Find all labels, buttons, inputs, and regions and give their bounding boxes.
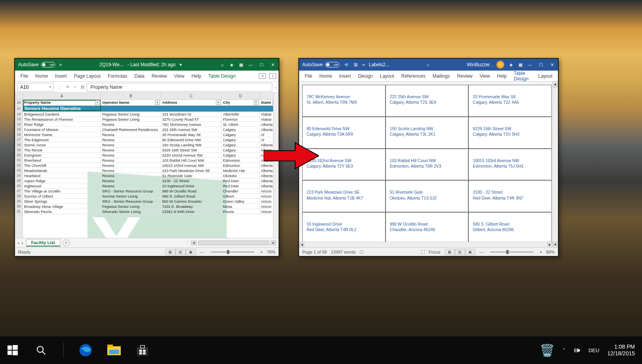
hscroll-left[interactable]: ◂	[191, 241, 197, 245]
view-print-button[interactable]: ▥	[455, 249, 465, 255]
tab-file[interactable]: File	[17, 73, 31, 79]
tab-pagelayout[interactable]: Page Layout	[71, 73, 103, 79]
autosave-toggle[interactable]: Off	[41, 62, 55, 67]
zoom-slider[interactable]	[490, 252, 533, 252]
zoom-out-button[interactable]: —	[479, 250, 484, 254]
windows-taskbar[interactable]: 🗑️ ˄ 🕪 DEU 1:08 PM 12/18/2015	[0, 336, 642, 364]
tab-design[interactable]: Design	[355, 73, 376, 79]
autosave-control[interactable]: AutoSave Off	[302, 62, 339, 67]
chevron-down-icon[interactable]: ▾	[49, 85, 51, 89]
table-row[interactable]: Scenic AcresRevera150 Scotia Landing NWC…	[23, 142, 279, 147]
focus-label[interactable]: Focus	[429, 250, 441, 254]
comments-icon[interactable]: ▿	[269, 73, 276, 79]
store-icon[interactable]	[135, 342, 150, 358]
file-explorer-icon[interactable]	[106, 342, 122, 358]
save-icon[interactable]: 🖫	[353, 62, 358, 67]
col-a[interactable]: A	[23, 93, 101, 99]
sync-icon[interactable]: ⟲	[343, 62, 349, 67]
table-row[interactable]: InglewoodRevera10 Inglewood DriveRed Dee…	[23, 183, 279, 189]
enter-fx-icon[interactable]: ✓	[73, 84, 77, 90]
table-row[interactable]: The RenoirRevera9229 16th Street SWCalga…	[23, 147, 279, 153]
volume-icon[interactable]: 🕪	[573, 346, 580, 355]
table-row[interactable]: Silverado PeoriaSilverado Senior Living1…	[23, 209, 279, 214]
mailing-label[interactable]: 103 Rabbit Hill Court NWEdmonton, Albert…	[386, 149, 469, 181]
table-row[interactable]: Aspen RidgeRevera3100 - 22 StreetRed Dee…	[23, 178, 279, 183]
zoom-level[interactable]: 80%	[546, 250, 555, 254]
excel-grid[interactable]: A B C D 10111213141516171819202122232425…	[15, 93, 279, 238]
recycle-bin-icon[interactable]: 🗑️	[539, 342, 555, 358]
word-document-area[interactable]: 78C McKenney AvenueSt. Albert, Alberta T…	[299, 82, 558, 247]
table-row[interactable]: The EdgemontRevera80 Edenwold Drive NWCa…	[23, 137, 279, 142]
tab-home[interactable]: Home	[32, 73, 51, 79]
hscroll-left[interactable]: ◂	[299, 242, 305, 247]
tab-help[interactable]: Help	[494, 73, 510, 79]
formula-expand[interactable]: ⌄	[272, 85, 279, 89]
tab-data[interactable]: Data	[131, 73, 148, 79]
column-headers[interactable]: A B C D	[15, 93, 279, 100]
mailing-label[interactable]: 223 Park Meadows Drive SEMedicine Hat, A…	[302, 180, 386, 212]
col-c[interactable]: C	[161, 93, 222, 99]
table-row[interactable]: Bridgewood GardensPegasus Senior Living1…	[23, 112, 279, 117]
mailing-label[interactable]: 150 Scotia Landing NWCalgary, Alberta T3…	[386, 117, 469, 149]
vertical-scrollbar[interactable]	[273, 93, 279, 238]
qat-more[interactable]: »	[59, 62, 62, 67]
diamond-icon[interactable]: ◈	[508, 62, 514, 67]
focus-icon[interactable]: ⛶	[421, 250, 425, 254]
mailing-label[interactable]: 3100 - 22 StreetRed Deer, Alberta T4R 3N…	[468, 180, 552, 212]
tab-formulas[interactable]: Formulas	[105, 73, 131, 79]
hscroll-track[interactable]	[198, 241, 269, 245]
hscroll-right[interactable]: ▸	[547, 242, 552, 247]
mailing-label[interactable]: 222 25th Avenue SWCalgary, Alberta T2S 3…	[386, 85, 469, 117]
table-row[interactable]: The Village at OcotilloSRG - Senior Reso…	[23, 189, 279, 194]
table-row[interactable]: River RidgeRevera78C McKenney AvenueSt. …	[23, 122, 279, 127]
language-indicator[interactable]: DEU	[588, 347, 599, 353]
tab-help[interactable]: Help	[188, 73, 204, 79]
system-clock[interactable]: 1:08 PM 12/18/2015	[607, 343, 635, 357]
table-row[interactable]: RiverbendRevera103 Rabbit Hill Court NWE…	[23, 158, 279, 163]
status-words[interactable]: 13997 words	[331, 250, 356, 254]
view-read-button[interactable]: ▦	[445, 249, 455, 255]
filter-dropdown[interactable]: ▾	[95, 100, 100, 105]
doc-title[interactable]: Labels2...	[369, 62, 389, 67]
zoom-level[interactable]: 70%	[267, 250, 275, 254]
tab-view[interactable]: View	[477, 73, 493, 79]
sheet-nav-prev[interactable]: ◂	[17, 241, 19, 245]
tab-home[interactable]: Home	[316, 73, 335, 79]
filter-dropdown[interactable]: ▾	[216, 100, 221, 105]
table-row[interactable]: Fountains of MissionChartwell Retirement…	[23, 127, 279, 132]
mailing-label[interactable]: 10015 103rd Avenue NWEdmonton, Alberta T…	[468, 149, 552, 181]
tab-tabledesign[interactable]: Table Design	[205, 73, 239, 79]
tab-review[interactable]: Review	[148, 73, 170, 79]
table-row[interactable]: The Renaissance of FlorencePegasus Senio…	[23, 117, 279, 122]
minimize-button[interactable]: —	[527, 62, 533, 67]
table-row[interactable]: The ChurchillRevera10015 103rd Avenue NW…	[23, 163, 279, 168]
doc-title[interactable]: 2Q19-We...	[99, 62, 124, 67]
vertical-scrollbar[interactable]: ▴ ▾	[552, 82, 558, 247]
search-icon[interactable]: ⌕	[219, 62, 225, 67]
share-icon[interactable]: ↗	[259, 73, 266, 79]
tab-insert[interactable]: Insert	[52, 73, 70, 79]
word-titlebar[interactable]: AutoSave Off ⟲ 🖫 » Labels2... ⌕ WinBuzze…	[299, 59, 558, 71]
title-dropdown[interactable]: ▾	[180, 62, 182, 67]
name-box[interactable]: A10▾	[17, 83, 54, 91]
window-mode-icon[interactable]: ▦	[238, 62, 244, 67]
view-normal-button[interactable]: ▦	[165, 249, 176, 255]
tab-insert[interactable]: Insert	[336, 73, 354, 79]
view-pagelayout-button[interactable]: ▥	[176, 249, 186, 255]
user-avatar[interactable]	[496, 61, 504, 69]
add-sheet-button[interactable]: +	[63, 239, 70, 246]
search-button[interactable]	[33, 342, 49, 358]
col-d[interactable]: D	[222, 93, 260, 99]
dropdown-icon[interactable]: ⋮	[58, 84, 62, 90]
cells-area[interactable]: Property Name▾Operator Name▾Address▾City…	[23, 100, 279, 238]
search-icon[interactable]: ⌕	[425, 62, 431, 67]
table-row[interactable]: Broadway Mesa VillagePegasus Senior Livi…	[23, 204, 279, 209]
fx-icon[interactable]: fx	[81, 84, 84, 90]
col-b[interactable]: B	[101, 93, 161, 99]
mailing-label[interactable]: 990 W Ocotillo RoadChandler, Arizona 852…	[386, 212, 469, 244]
maximize-button[interactable]: ☐	[259, 62, 264, 67]
sheet-nav-next[interactable]: ▸	[22, 241, 24, 245]
zoom-in-button[interactable]: +	[260, 250, 263, 254]
hscroll-right[interactable]: ▸	[271, 241, 276, 245]
start-button[interactable]	[5, 342, 21, 358]
